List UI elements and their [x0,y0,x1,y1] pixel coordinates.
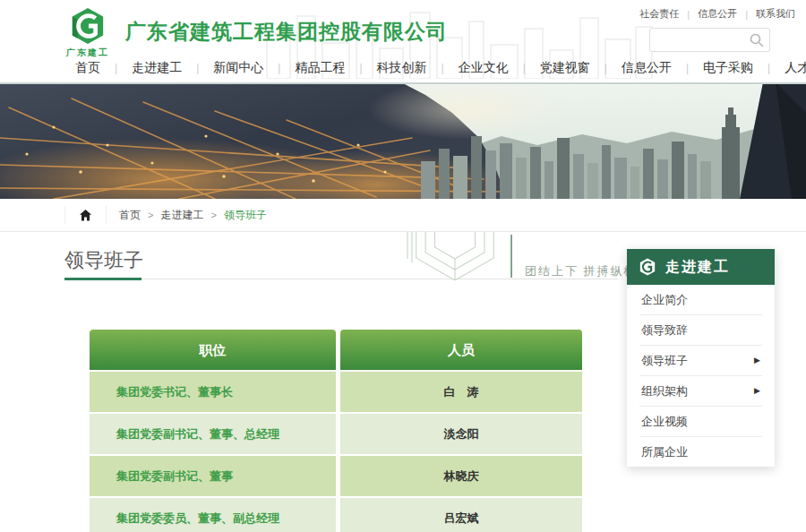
nav-item-recruitment[interactable]: 人才招聘 [785,60,806,76]
nav-item-home[interactable]: 首页 [75,60,100,76]
title-underline-accent [64,278,141,280]
leadership-table: 职位 人员 集团党委书记、董事长 白 涛 集团党委副书记、董事、总经理 淡念阳 … [90,330,582,532]
nav-item-technology[interactable]: 科技创新 [377,60,427,76]
table-cell-position: 集团党委副书记、董事、总经理 [90,414,336,454]
hero-image [0,82,806,199]
sidebar-menu: 走进建工 企业简介 领导致辞 领导班子 ▶ 组织架构 ▶ 企业视频 所属企业 [627,249,775,467]
separator: | [442,62,444,74]
top-link-contact-us[interactable]: 联系我们 [756,7,795,21]
separator: | [523,62,526,74]
page: 广东建工 广东省建筑工程集团控股有限公司 社会责任 | 信息公开 | 联系我们 … [0,0,806,532]
nav-item-disclosure[interactable]: 信息公开 [622,60,672,76]
top-link-social-responsibility[interactable]: 社会责任 [639,7,679,21]
company-name: 广东省建筑工程集团控股有限公司 [125,18,448,46]
breadcrumb-about[interactable]: 走进建工 [160,208,203,223]
sidebar-item-org-structure[interactable]: 组织架构 ▶ [639,375,762,406]
logo-wireframe-watermark [405,232,505,280]
separator: | [745,9,748,20]
table-cell-name: 白 涛 [340,372,582,412]
search-box [649,28,770,52]
breadcrumb: 首页 > 走进建工 > 领导班子 [0,199,806,232]
breadcrumb-separator: > [148,210,153,220]
table-cell-position: 集团党委书记、董事长 [90,372,336,412]
sidebar-item-leader-message[interactable]: 领导致辞 [639,314,762,345]
separator: | [686,62,689,74]
nav-item-party-building[interactable]: 党建视窗 [540,60,590,76]
sidebar-header: 走进建工 [627,249,775,285]
separator: | [604,62,607,74]
logo-g-icon [69,7,107,45]
site-header: 广东建工 广东省建筑工程集团控股有限公司 社会责任 | 信息公开 | 联系我们 … [0,0,806,82]
top-links: 社会责任 | 信息公开 | 联系我们 [639,7,795,21]
sidebar-title: 走进建工 [665,258,730,277]
breadcrumb-current[interactable]: 领导班子 [224,208,267,223]
hero-banner [0,82,806,199]
nav-item-about[interactable]: 走进建工 [132,60,182,76]
sidebar-item-label: 领导班子 [641,354,688,367]
home-icon[interactable] [64,206,107,224]
nav-item-projects[interactable]: 精品工程 [295,60,345,76]
table-header-position: 职位 [90,330,336,370]
breadcrumb-separator: > [210,210,216,220]
table-cell-name: 林晓庆 [340,456,582,496]
breadcrumb-home[interactable]: 首页 [119,208,141,223]
top-link-information-disclosure[interactable]: 信息公开 [698,7,737,21]
table-cell-position: 集团党委委员、董事、副总经理 [90,498,336,532]
nav-item-procurement[interactable]: 电子采购 [703,60,753,76]
sidebar-logo-icon [639,258,656,276]
nav-item-news[interactable]: 新闻中心 [213,60,263,76]
separator: | [359,62,362,74]
page-title: 领导班子 [64,247,143,274]
separator: | [278,62,280,74]
chevron-right-icon: ▶ [754,376,760,406]
company-logo[interactable]: 广东建工 [59,7,116,59]
table-header-person: 人员 [340,330,582,370]
nav-item-culture[interactable]: 企业文化 [459,60,509,76]
separator: | [687,9,690,20]
sidebar-item-company-profile[interactable]: 企业简介 [639,285,762,314]
chevron-right-icon: ▶ [754,346,760,375]
sidebar-item-subsidiaries[interactable]: 所属企业 [639,436,762,467]
sidebar-item-label: 组织架构 [641,384,688,398]
separator: | [767,62,770,74]
sidebar-item-leadership-team[interactable]: 领导班子 ▶ [639,345,762,375]
table-cell-name: 淡念阳 [340,414,582,454]
search-input[interactable] [650,29,750,51]
separator: | [196,62,199,74]
table-cell-name: 吕宏斌 [340,498,582,532]
search-icon[interactable] [750,33,764,47]
table-cell-position: 集团党委副书记、董事 [90,456,336,496]
slogan-divider [510,235,512,278]
sidebar-item-company-video[interactable]: 企业视频 [639,406,762,436]
company-slogan: 团结上下 拼搏纵横 [525,263,638,279]
separator: | [115,62,117,74]
main-nav: 首页 | 走进建工 | 新闻中心 | 精品工程 | 科技创新 | 企业文化 | … [75,56,806,81]
